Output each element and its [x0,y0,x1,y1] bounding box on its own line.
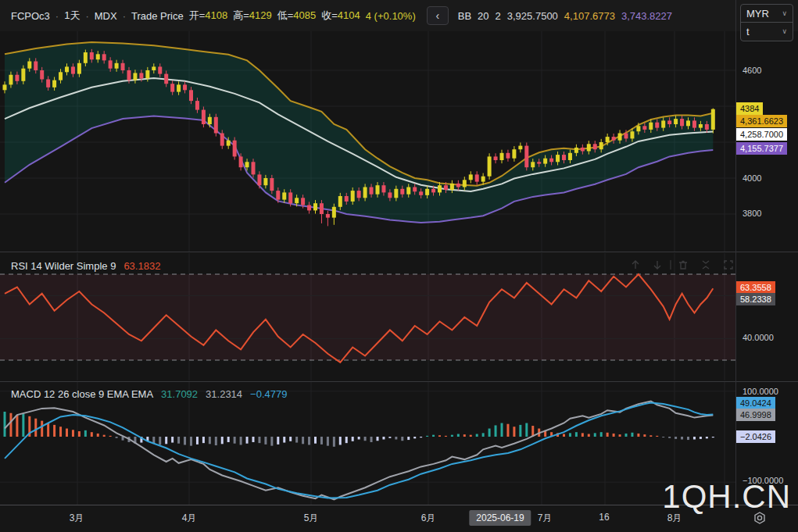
candle-body [674,119,678,124]
candle-body [239,156,243,167]
macd-histogram-bar [177,437,180,444]
candle-body [40,70,44,80]
high-field: 高=4129 [233,9,272,23]
macd-histogram-bar [451,435,453,437]
candle-body [680,119,684,126]
candle-body [692,120,696,127]
candle-body [636,126,640,131]
macd-legend[interactable]: MACD 12 26 close 9 EMA EMA 31.7092 31.23… [11,388,287,400]
rsi-legend[interactable]: RSI 14 Wilder Simple 9 63.1832 [11,260,160,272]
macd-histogram-bar [488,429,491,437]
candle-body [524,146,528,168]
bollinger-legend[interactable]: BB 20 2 3,925.7500 4,107.6773 3,743.8227 [458,10,672,22]
candle-body [549,159,553,162]
price-scale-axis[interactable] [735,0,798,532]
macd-line-value: 31.2314 [206,388,242,400]
candle-body [556,155,560,162]
macd-pane-chart[interactable] [0,382,735,505]
interval-label[interactable]: 1天 [64,9,80,23]
macd-histogram-bar [377,437,379,441]
price-pane-chart[interactable] [0,31,735,252]
candle-body [96,54,100,59]
move-up-icon[interactable] [632,261,639,269]
candle-body [431,189,435,193]
candle-body [27,62,31,69]
macd-histogram-bar [619,434,621,437]
candle-body [562,155,566,160]
macd-histogram-bar [327,437,329,446]
rsi-pane-chart[interactable] [0,253,735,380]
macd-histogram-bar [116,437,118,438]
candle-body [574,148,578,153]
candle-body [177,84,181,91]
macd-histogram-bar [258,437,260,443]
macd-axis-badge: 49.0424 [736,397,775,409]
series-type-label: Trade Price [131,10,184,22]
candle-body [295,198,299,203]
macd-histogram-bar [438,435,441,437]
time-axis-label: 16 [599,512,609,523]
rsi-title: RSI 14 Wilder Simple 9 [11,260,116,272]
close-value: 4104 [338,9,360,21]
change-value: 4 (+0.10%) [366,10,416,22]
macd-histogram-bar [706,437,708,438]
candle-body [21,69,25,81]
macd-histogram-bar [631,433,633,437]
candle-body [3,84,7,90]
macd-histogram-bar [252,437,255,442]
rsi-macd-divider[interactable] [0,381,798,382]
candle-body [282,192,286,199]
scale-unit-selector: MYR ∨ t ∨ [740,4,793,41]
symbol-name[interactable]: FCPOc3 [11,10,50,22]
bb-title: BB [458,10,471,22]
candle-body [127,70,131,80]
trading-chart-window: { "header": { "symbol": "FCPOc3", "sep":… [0,0,798,532]
candle-body [332,207,336,218]
macd-histogram-bar [165,437,167,444]
pane-toolbar [628,258,737,272]
candle-body [189,90,193,101]
price-axis-label: 4000 [743,173,761,183]
separator-dot: · [85,10,88,22]
macd-histogram-bar [320,437,323,445]
candle-body [357,191,361,198]
high-value: 4129 [249,9,272,21]
unit-dropdown[interactable]: t ∨ [741,23,793,40]
macd-histogram-bar [637,434,639,437]
candle-body [15,75,19,81]
price-axis-label: 4600 [743,66,761,75]
macd-histogram-bar [72,430,74,437]
macd-histogram-bar [91,432,93,437]
delete-icon[interactable] [679,262,687,270]
macd-histogram-bar [103,435,106,437]
macd-histogram-bar [333,437,335,447]
macd-histogram-bar [463,434,466,437]
candle-body [630,131,634,138]
macd-histogram-bar [66,429,68,437]
collapse-icon[interactable] [703,261,709,269]
macd-histogram-bar [196,437,199,445]
move-down-icon[interactable] [654,261,660,269]
candle-body [152,66,156,70]
currency-dropdown[interactable]: MYR ∨ [741,5,793,22]
macd-histogram-bar [370,437,373,442]
legend-collapse-button[interactable]: ‹ [427,6,449,25]
candle-body [376,185,380,195]
bb-upper-value: 4,107.6773 [564,10,615,22]
macd-histogram-bar [501,423,503,437]
main-symbol-legend[interactable]: FCPOc3 · 1天 · MDX · Trade Price 开=4108 高… [0,9,416,23]
macd-histogram-bar [234,437,236,444]
macd-signal-value: −0.4779 [250,388,287,400]
macd-histogram-bar [407,437,410,440]
macd-histogram-bar [84,430,87,437]
maximize-icon[interactable] [725,261,732,269]
candle-body [481,177,485,182]
candle-body [400,189,404,195]
macd-histogram-bar [246,437,249,444]
macd-hist-value: 31.7092 [161,388,198,400]
price-rsi-divider[interactable] [0,252,798,252]
candle-body [506,153,510,159]
macd-histogram-bar [382,437,385,439]
macd-histogram-bar [445,436,447,437]
candle-body [195,101,199,110]
